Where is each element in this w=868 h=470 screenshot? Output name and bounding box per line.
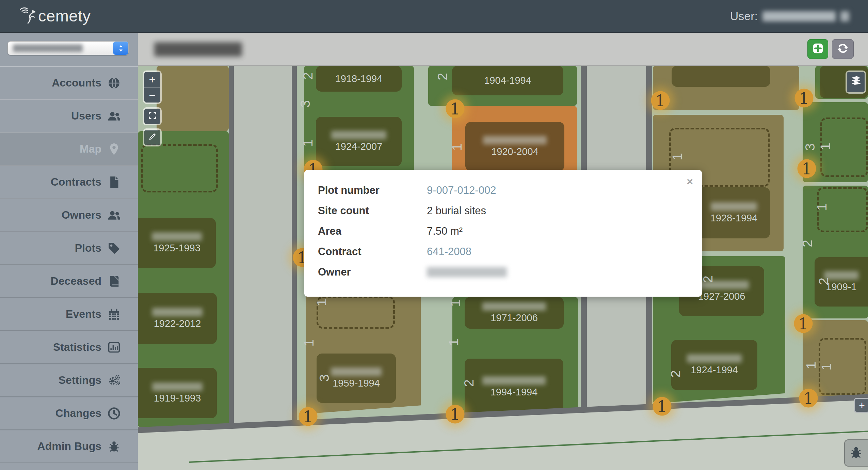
- plot-detail-label: Site count: [318, 205, 427, 217]
- sidebar-item-accounts[interactable]: Accounts: [0, 66, 138, 99]
- calendar-icon: [107, 308, 121, 321]
- deceased-name-blurred: [152, 232, 202, 241]
- deceased-dates: 1922-2012: [154, 318, 201, 329]
- sidebar-item-users[interactable]: Users: [0, 99, 138, 132]
- bug-icon: [852, 445, 863, 461]
- sidebar-item-map[interactable]: Map: [0, 132, 138, 166]
- row-number-label: 1: [670, 153, 685, 160]
- deceased-dates: 1959-1994: [333, 378, 380, 389]
- sidebar-item-statistics[interactable]: Statistics: [0, 331, 138, 364]
- burial-site[interactable]: 1922-2012: [138, 293, 217, 344]
- road-border: [292, 66, 297, 430]
- deceased-name-blurred: [152, 382, 203, 391]
- row-number-label: 1: [450, 143, 465, 151]
- zoom-control: + −: [143, 70, 162, 104]
- row-number-label: 2: [668, 370, 683, 378]
- row-number-label: 1: [815, 203, 830, 211]
- row-number-label: 2: [435, 73, 450, 80]
- file-icon: [107, 175, 121, 189]
- cluster-marker[interactable]: 1: [653, 397, 672, 416]
- sidebar-item-contracts[interactable]: Contracts: [0, 166, 138, 199]
- burial-site[interactable]: 1928-1994: [698, 187, 770, 238]
- layers-icon: [850, 75, 862, 90]
- refresh-icon: [836, 42, 850, 57]
- row-number-label: 2: [301, 72, 316, 80]
- layers-button[interactable]: [847, 72, 865, 92]
- plot-detail-value[interactable]: 9-007-012-002: [427, 184, 496, 197]
- sidebar-item-label: Accounts: [52, 77, 101, 89]
- cluster-marker[interactable]: 1: [446, 405, 465, 424]
- plus-square-icon: [811, 42, 825, 57]
- sidebar-item-plots[interactable]: Plots: [0, 232, 138, 265]
- deceased-dates: 1924-2007: [335, 141, 383, 152]
- plot-detail-label: Owner: [318, 266, 427, 278]
- cluster-marker[interactable]: 1: [651, 91, 670, 110]
- burial-site[interactable]: 1904-1994: [452, 66, 563, 95]
- deceased-name-blurred: [483, 136, 546, 144]
- burial-site[interactable]: 1924-1994: [671, 340, 757, 390]
- deceased-dates: 1924-1994: [691, 364, 738, 376]
- burial-site[interactable]: 1971-2006: [465, 297, 564, 329]
- cemetery-select[interactable]: [7, 41, 129, 55]
- sidebar-item-events[interactable]: Events: [0, 298, 138, 331]
- plot-detail-label: Area: [318, 225, 427, 237]
- cluster-marker[interactable]: 1: [799, 389, 818, 408]
- plot-detail-label: Contract: [318, 246, 427, 258]
- cemetery-map[interactable]: 1918-19941924-20071925-19931922-20121919…: [138, 66, 868, 470]
- add-plot-mini-button[interactable]: +: [854, 398, 868, 413]
- burial-site[interactable]: 1924-2007: [316, 117, 402, 166]
- add-button[interactable]: [807, 39, 828, 59]
- up-down-chevrons-icon: [113, 42, 128, 55]
- burial-site[interactable]: 1918-1994: [316, 66, 402, 92]
- burial-site[interactable]: 1920-2004: [465, 122, 564, 171]
- cluster-marker[interactable]: 1: [794, 314, 813, 333]
- burial-site[interactable]: 1925-1993: [138, 218, 216, 268]
- chart-icon: [107, 341, 121, 354]
- sidebar-item-label: Events: [66, 308, 101, 320]
- report-bug-button[interactable]: [844, 439, 868, 467]
- cluster-marker[interactable]: 1: [299, 407, 318, 426]
- deceased-dates: 1904-1994: [484, 75, 531, 86]
- cluster-marker[interactable]: 1: [795, 89, 814, 108]
- vacant-site[interactable]: [141, 144, 218, 192]
- deceased-name-blurred: [152, 308, 203, 316]
- edit-button[interactable]: [144, 130, 160, 145]
- app-logo[interactable]: cemety: [17, 5, 91, 27]
- sidebar-item-deceased[interactable]: Deceased: [0, 265, 138, 298]
- sidebar-item-owners[interactable]: Owners: [0, 199, 138, 232]
- dove-icon: [17, 5, 38, 27]
- burial-site[interactable]: 1919-1993: [138, 368, 217, 418]
- deceased-dates: 1994-1994: [491, 387, 538, 398]
- plot-detail-value[interactable]: 641-2008: [427, 246, 471, 258]
- row-number-label: 1: [819, 363, 834, 371]
- fullscreen-icon: [148, 110, 157, 123]
- burial-site[interactable]: [672, 66, 770, 87]
- cluster-marker[interactable]: 1: [798, 159, 816, 178]
- fullscreen-button[interactable]: [144, 109, 160, 124]
- sidebar-item-settings[interactable]: Settings: [0, 364, 138, 397]
- sidebar-item-admin-bugs[interactable]: Admin Bugs: [0, 430, 138, 463]
- map-marker-icon: [107, 142, 121, 156]
- cluster-marker[interactable]: 1: [446, 99, 465, 118]
- zoom-out-button[interactable]: −: [144, 87, 160, 103]
- refresh-button[interactable]: [832, 39, 854, 59]
- road-border: [229, 66, 234, 430]
- deceased-dates: 1920-2004: [491, 146, 539, 157]
- deceased-name-blurred: [331, 367, 382, 376]
- plot-group[interactable]: [157, 66, 229, 131]
- row-number-label: 2: [800, 240, 815, 247]
- user-info[interactable]: User:: [730, 10, 849, 23]
- book-icon: [107, 275, 121, 288]
- deceased-dates: 1925-1993: [153, 242, 200, 254]
- gears-icon: [107, 374, 121, 387]
- fullscreen-control: [143, 107, 162, 125]
- deceased-dates: 1971-2006: [491, 312, 538, 324]
- bug-icon: [107, 440, 121, 453]
- sidebar-item-changes[interactable]: Changes: [0, 397, 138, 430]
- deceased-name-blurred: [331, 131, 386, 139]
- row-number-label: 1: [818, 143, 833, 150]
- zoom-in-button[interactable]: +: [144, 72, 160, 87]
- sidebar-item-label: Plots: [75, 242, 101, 254]
- burial-site[interactable]: 1994-1994: [465, 359, 563, 415]
- sidebar-item-label: Users: [71, 110, 101, 122]
